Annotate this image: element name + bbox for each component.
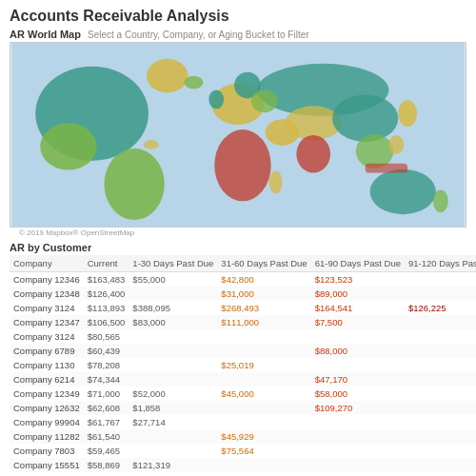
- table-cell: [405, 444, 476, 458]
- table-cell: $83,000: [129, 315, 217, 329]
- table-cell: $88,000: [311, 344, 405, 358]
- table-cell: Company 15551: [10, 458, 84, 472]
- table-cell: $164,541: [311, 301, 405, 315]
- table-section: AR by Customer Company Current 1-30 Days…: [0, 242, 476, 472]
- table-cell: $126,400: [84, 287, 129, 301]
- table-row[interactable]: Company 1130$78,208$25,019: [10, 358, 476, 372]
- table-cell: [311, 429, 405, 444]
- table-cell: $109,270: [311, 401, 405, 415]
- table-cell: [405, 372, 476, 387]
- table-cell: [129, 329, 217, 344]
- table-cell: Company 12348: [10, 287, 84, 301]
- table-cell: [405, 344, 476, 358]
- table-cell: [405, 358, 476, 372]
- table-row[interactable]: Company 12348$126,400$31,000$89,000: [10, 287, 476, 301]
- table-cell: $58,000: [311, 387, 405, 401]
- table-cell: $1,858: [129, 401, 217, 415]
- col-1-30[interactable]: 1-30 Days Past Due: [129, 255, 217, 272]
- table-cell: $42,800: [217, 272, 310, 288]
- table-cell: [311, 444, 405, 458]
- table-cell: [217, 458, 310, 472]
- svg-point-17: [433, 189, 448, 212]
- table-cell: $62,608: [84, 401, 129, 415]
- table-cell: [217, 401, 310, 415]
- table-row[interactable]: Company 12349$71,000$52,000$45,000$58,00…: [10, 387, 476, 401]
- table-cell: [405, 387, 476, 401]
- svg-point-13: [332, 94, 398, 141]
- svg-point-23: [144, 140, 159, 149]
- table-cell: $71,000: [84, 387, 129, 401]
- table-section-label: AR by Customer: [10, 242, 466, 253]
- table-cell: [405, 458, 476, 472]
- col-61-90[interactable]: 61-90 Days Past Due: [311, 255, 405, 272]
- table-cell: $7,500: [311, 315, 405, 329]
- table-cell: $52,000: [129, 387, 217, 401]
- table-row[interactable]: Company 3124$113,893$388,095$268,493$164…: [10, 301, 476, 315]
- table-cell: Company 7803: [10, 444, 84, 458]
- table-cell: Company 3124: [10, 329, 84, 344]
- table-cell: $80,565: [84, 329, 129, 344]
- col-company[interactable]: Company: [10, 255, 84, 272]
- table-cell: Company 11282: [10, 429, 84, 444]
- map-section-label: AR World Map: [10, 29, 81, 40]
- table-cell: $78,208: [84, 358, 129, 372]
- ar-table: Company Current 1-30 Days Past Due 31-60…: [10, 255, 476, 472]
- table-row[interactable]: Company 15551$58,869$121,319: [10, 458, 476, 472]
- table-cell: [129, 344, 217, 358]
- table-cell: $27,714: [129, 415, 217, 429]
- map-section-subtitle: Select a Country, Company, or Aging Buck…: [88, 30, 309, 40]
- table-header-row: Company Current 1-30 Days Past Due 31-60…: [10, 255, 476, 272]
- table-cell: Company 12632: [10, 401, 84, 415]
- table-row[interactable]: Company 3124$80,565: [10, 329, 476, 344]
- table-row[interactable]: Company 12347$106,500$83,000$111,000$7,5…: [10, 315, 476, 329]
- table-cell: [405, 287, 476, 301]
- table-cell: $113,893: [84, 301, 129, 315]
- table-cell: [405, 401, 476, 415]
- table-cell: $75,564: [217, 444, 310, 458]
- table-cell: [311, 458, 405, 472]
- col-91-120[interactable]: 91-120 Days Past Due: [405, 255, 476, 272]
- table-cell: $31,000: [217, 287, 310, 301]
- table-cell: [405, 272, 476, 288]
- table-row[interactable]: Company 11282$61,540$45,929: [10, 429, 476, 444]
- table-cell: [311, 358, 405, 372]
- table-row[interactable]: Company 6789$60,439$88,000: [10, 344, 476, 358]
- table-cell: [129, 287, 217, 301]
- svg-point-16: [370, 169, 436, 215]
- table-cell: [311, 329, 405, 344]
- table-row[interactable]: Company 12346$163,483$55,000$42,800$123,…: [10, 272, 476, 288]
- table-cell: $55,000: [129, 272, 217, 288]
- table-cell: Company 6214: [10, 372, 84, 387]
- table-cell: [129, 444, 217, 458]
- table-cell: $74,344: [84, 372, 129, 387]
- table-cell: Company 99904: [10, 415, 84, 429]
- table-cell: [129, 372, 217, 387]
- svg-point-22: [251, 89, 278, 112]
- table-row[interactable]: Company 99904$61,767$27,714: [10, 415, 476, 429]
- map-section: AR World Map Select a Country, Company, …: [0, 29, 476, 238]
- table-cell: $268,493: [217, 301, 310, 315]
- table-cell: Company 3124: [10, 301, 84, 315]
- table-row[interactable]: Company 7803$59,465$75,564: [10, 444, 476, 458]
- table-cell: [405, 329, 476, 344]
- table-cell: [217, 329, 310, 344]
- svg-rect-20: [366, 164, 408, 173]
- svg-point-18: [269, 171, 283, 194]
- table-row[interactable]: Company 6214$74,344$47,170: [10, 372, 476, 387]
- svg-point-19: [185, 76, 204, 89]
- table-cell: $45,000: [217, 387, 310, 401]
- svg-point-3: [147, 59, 188, 93]
- col-current[interactable]: Current: [84, 255, 129, 272]
- table-row[interactable]: Company 12632$62,608$1,858$109,270: [10, 401, 476, 415]
- world-map[interactable]: [10, 42, 466, 228]
- table-cell: $47,170: [311, 372, 405, 387]
- table-cell: [129, 429, 217, 444]
- table-cell: $61,540: [84, 429, 129, 444]
- table-cell: [405, 429, 476, 444]
- svg-point-14: [356, 134, 394, 169]
- table-cell: $60,439: [84, 344, 129, 358]
- table-cell: [311, 415, 405, 429]
- col-31-60[interactable]: 31-60 Days Past Due: [217, 255, 310, 272]
- table-cell: [129, 358, 217, 372]
- table-cell: $61,767: [84, 415, 129, 429]
